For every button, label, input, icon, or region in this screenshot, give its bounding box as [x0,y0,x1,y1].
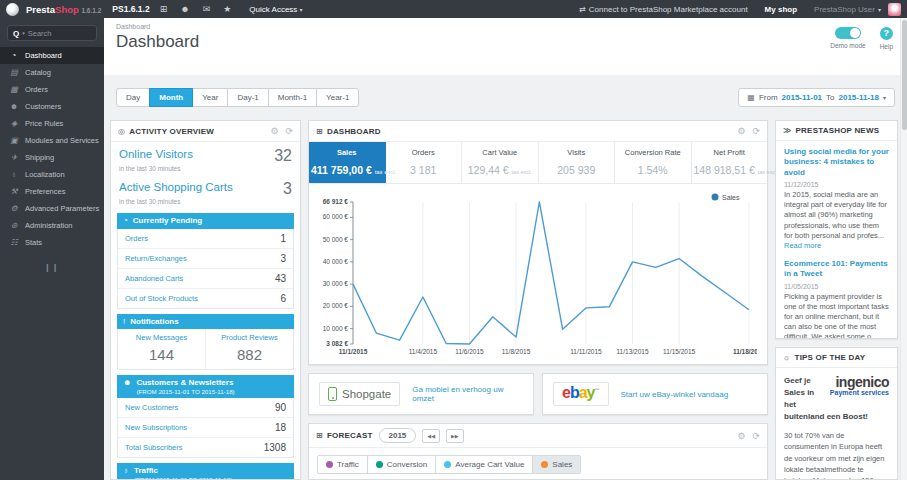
sidebar-item-catalog[interactable]: ▤Catalog [0,64,104,81]
metric-net-profit[interactable]: Net Profit148 918,51 € tax excl. [692,142,768,183]
cart-icon[interactable]: ⊞ [160,4,168,14]
bell-icon: ! [123,317,125,327]
forecast-next-button[interactable]: ▶▶ [446,429,464,443]
sidebar-collapse-button[interactable]: ❙❙ [0,251,104,272]
online-visitors-stat[interactable]: Online Visitors32 [111,142,300,164]
shop-name[interactable]: PS1.6.1.2 [112,4,149,14]
sidebar-item-preferences[interactable]: ⚒Preferences [0,183,104,200]
new-customers-row[interactable]: New Customers90 [118,398,293,417]
new-subscriptions-row[interactable]: New Subscriptions18 [118,417,293,437]
active-carts-stat[interactable]: Active Shopping Carts3 [111,175,300,197]
sidebar-item-stats[interactable]: ☷Stats [0,234,104,251]
customers-icon[interactable]: ☻ [180,4,189,14]
user-name: PrestaShop User [814,5,875,14]
notif-label: Product Reviews [208,333,291,342]
product-reviews-cell[interactable]: Product Reviews882 [205,329,293,369]
quick-access-menu[interactable]: Quick Access ▾ [249,5,302,14]
sidebar-item-modules[interactable]: ▣Modules and Services [0,132,104,149]
refresh-icon[interactable]: ⟳ [752,431,760,441]
sidebar-search[interactable]: Q ▾ [7,25,97,41]
read-more-link[interactable]: Read more [784,241,821,250]
gear-icon[interactable]: ⚙ [737,126,745,136]
prestashop-logo[interactable] [6,3,19,16]
search-icon[interactable]: Q [13,29,19,38]
pending-rows: Orders1 Return/Exchanges3 Abandoned Cart… [117,229,294,309]
scrollbar-thumb[interactable] [902,20,907,130]
lightbulb-icon: ☼ [783,353,791,362]
sidebar-item-price-rules[interactable]: ◈Price Rules [0,115,104,132]
sidebar-item-orders[interactable]: ▦Orders [0,81,104,98]
news-item-title[interactable]: Ecommerce 101: Payments in a Tweet [784,259,889,280]
help-icon[interactable]: ? [880,27,893,40]
range-button-year-1[interactable]: Year-1 [316,88,359,107]
forecast-year-pill[interactable]: 2015 [379,428,417,443]
ingenico-logo[interactable]: ingenico Payment services [830,375,889,397]
shopgate-banner[interactable]: Shopgate Ga mobiel en verhoog uw omzet [308,373,534,415]
sidebar-item-shipping[interactable]: ✈Shipping [0,149,104,166]
date-range-picker[interactable]: ▦ From 2015-11-01 To 2015-11-18 ▾ [738,88,895,107]
metric-sales[interactable]: Sales411 759,00 € tax excl. [309,142,386,183]
user-menu[interactable]: PrestaShop User ▾ [814,5,881,14]
metric-visits[interactable]: Visits205 939 [539,142,616,183]
ebay-link[interactable]: Start uw eBay-winkel vandaag [621,390,729,399]
news-item: Using social media for your business: 4 … [776,141,897,253]
pending-row-out-of-stock[interactable]: Out of Stock Products6 [118,288,293,308]
gear-icon[interactable]: ⚙ [737,431,745,441]
news-item-title[interactable]: Using social media for your business: 4 … [784,147,889,178]
gear-icon[interactable]: ⚙ [270,126,278,136]
sidebar-item-localization[interactable]: ♁Localization [0,166,104,183]
sidebar-item-label: Price Rules [25,119,63,128]
tab-conversion[interactable]: Conversion [367,456,435,473]
pending-row-returns[interactable]: Return/Exchanges3 [118,248,293,268]
price-rules-icon: ◈ [9,119,19,128]
range-button-day-1[interactable]: Day-1 [227,88,268,107]
sidebar-item-label: Preferences [25,187,65,196]
top-bar: PrestaShop 1.6.1.2 PS1.6.1.2 ⊞ ☻ ✉ ★ Qui… [0,0,907,18]
metric-label: Visits [541,148,613,157]
brand-link[interactable]: PrestaShop 1.6.1.2 [26,4,101,15]
metric-value: 205 939 [541,164,613,176]
news-item-excerpt: Picking a payment provider is one of the… [784,292,889,339]
calendar-icon: ▦ [747,93,755,102]
my-shop-link[interactable]: My shop [765,5,797,14]
breadcrumb[interactable]: Dashboard [116,23,895,30]
range-button-month-1[interactable]: Month-1 [268,88,317,107]
row-value: 6 [280,293,286,304]
shopgate-link[interactable]: Ga mobiel en verhoog uw omzet [412,385,523,403]
refresh-icon[interactable]: ⟳ [752,126,760,136]
window-scrollbar[interactable] [900,18,907,480]
demo-mode-toggle[interactable] [835,27,861,39]
svg-text:11/15/2015: 11/15/2015 [663,348,695,355]
new-messages-cell[interactable]: New Messages144 [118,329,205,369]
sidebar-item-customers[interactable]: ☻Customers [0,98,104,115]
marketplace-connect-link[interactable]: ⇄Connect to PrestaShop Marketplace accou… [579,5,747,14]
range-button-day[interactable]: Day [116,88,150,107]
total-subscribers-row[interactable]: Total Subscribers1308 [118,437,293,457]
range-button-year[interactable]: Year [192,88,228,107]
online-visitors-value: 32 [274,148,292,164]
metric-conversion-rate[interactable]: Conversion Rate1.54% [615,142,692,183]
user-avatar[interactable] [888,3,901,16]
metric-cart-value[interactable]: Cart Value129,44 € tax excl. [462,142,539,183]
search-input[interactable] [28,29,86,38]
tab-sales[interactable]: Sales [532,456,580,473]
metric-orders[interactable]: Orders3 181 [386,142,463,183]
quick-access-label: Quick Access [249,5,297,14]
forecast-prev-button[interactable]: ◀◀ [422,429,440,443]
refresh-icon[interactable]: ⟳ [285,126,293,136]
sidebar-item-dashboard[interactable]: ◔Dashboard [0,47,104,64]
dashboard-panel: ⊞DASHBOARD ⚙⟳ Sales411 759,00 € tax excl… [308,120,768,365]
forecast-tabs: Traffic Conversion Average Cart Value Sa… [317,455,581,474]
ebay-banner[interactable]: ebay™ Start uw eBay-winkel vandaag [542,373,768,415]
sidebar-item-administration[interactable]: ⊛Administration [0,217,104,234]
trophy-icon[interactable]: ★ [223,4,231,14]
tab-average-cart-value[interactable]: Average Cart Value [435,456,532,473]
sidebar-item-label: Stats [25,238,42,247]
tab-traffic[interactable]: Traffic [318,456,367,473]
range-button-month[interactable]: Month [149,88,193,107]
pending-row-abandoned-carts[interactable]: Abandoned Carts43 [118,268,293,288]
mail-icon[interactable]: ✉ [203,4,211,14]
forecast-panel-title: ⊞FORECAST [316,431,373,440]
sidebar-item-advanced-parameters[interactable]: ⚙Advanced Parameters [0,200,104,217]
pending-row-orders[interactable]: Orders1 [118,229,293,248]
